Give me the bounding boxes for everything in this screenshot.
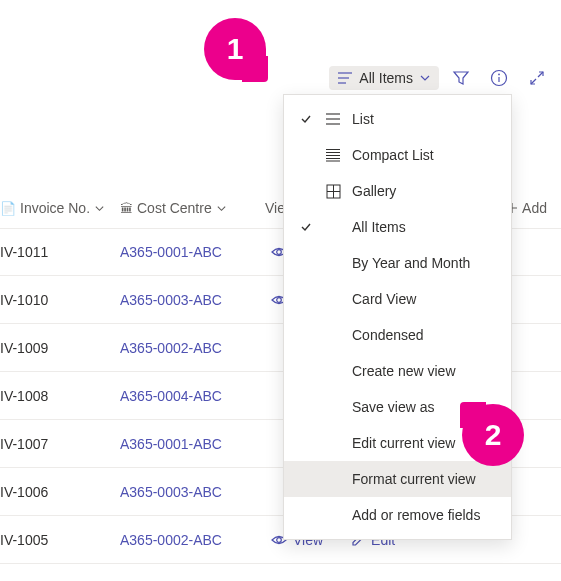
menu-item-condensed[interactable]: Condensed (284, 317, 511, 353)
filter-icon[interactable] (445, 62, 477, 94)
chevron-down-icon (419, 72, 431, 84)
list-icon (324, 112, 342, 126)
cell-cost-centre[interactable]: A365-0004-ABC (120, 388, 265, 404)
view-switcher[interactable]: All Items (329, 66, 439, 90)
menu-item-card-view[interactable]: Card View (284, 281, 511, 317)
menu-label: By Year and Month (352, 255, 499, 271)
col-add-label: Add (522, 200, 547, 216)
menu-item-format-view[interactable]: Format current view (284, 461, 511, 497)
col-cost-label: Cost Centre (137, 200, 212, 216)
cell-cost-centre[interactable]: A365-0002-ABC (120, 340, 265, 356)
cell-cost-centre[interactable]: A365-0003-ABC (120, 292, 265, 308)
svg-point-13 (277, 537, 282, 542)
menu-item-compact-list[interactable]: Compact List (284, 137, 511, 173)
cell-cost-centre[interactable]: A365-0001-ABC (120, 244, 265, 260)
menu-item-list[interactable]: List (284, 101, 511, 137)
menu-label: Compact List (352, 147, 499, 163)
expand-icon[interactable] (521, 62, 553, 94)
svg-marker-3 (454, 72, 468, 84)
menu-label: Gallery (352, 183, 499, 199)
menu-item-add-remove-fields[interactable]: Add or remove fields (284, 497, 511, 533)
file-icon: 📄 (0, 201, 16, 216)
svg-line-7 (538, 72, 543, 77)
cell-cost-centre[interactable]: A365-0001-ABC (120, 436, 265, 452)
cell-cost-centre[interactable]: A365-0003-ABC (120, 484, 265, 500)
menu-label: Card View (352, 291, 499, 307)
menu-item-create-view[interactable]: Create new view (284, 353, 511, 389)
col-invoice-label: Invoice No. (20, 200, 90, 216)
cell-invoice: IV-1008 (0, 388, 120, 404)
compact-list-icon (324, 148, 342, 162)
cell-invoice: IV-1007 (0, 436, 120, 452)
cell-cost-centre[interactable]: A365-0002-ABC (120, 532, 265, 548)
gallery-icon (324, 184, 342, 199)
menu-label: Condensed (352, 327, 499, 343)
menu-label: Add or remove fields (352, 507, 499, 523)
cell-invoice: IV-1010 (0, 292, 120, 308)
cell-invoice: IV-1011 (0, 244, 120, 260)
view-menu: List Compact List Gallery All Items (283, 94, 512, 540)
menu-label: Create new view (352, 363, 499, 379)
check-icon (298, 113, 314, 125)
svg-line-8 (531, 79, 536, 84)
menu-label: Format current view (352, 471, 499, 487)
chevron-down-icon (216, 203, 227, 214)
col-invoice[interactable]: 📄 Invoice No. (0, 200, 120, 216)
callout-label: 2 (485, 418, 502, 452)
menu-item-by-year-month[interactable]: By Year and Month (284, 245, 511, 281)
menu-label: List (352, 111, 499, 127)
callout-label: 1 (227, 32, 244, 66)
col-cost-centre[interactable]: 🏛 Cost Centre (120, 200, 265, 216)
callout-badge-1: 1 (204, 18, 266, 80)
chevron-down-icon (94, 203, 105, 214)
info-icon[interactable] (483, 62, 515, 94)
menu-label: All Items (352, 219, 499, 235)
callout-badge-2: 2 (462, 404, 524, 466)
svg-point-11 (277, 249, 282, 254)
building-icon: 🏛 (120, 201, 133, 216)
cell-invoice: IV-1009 (0, 340, 120, 356)
view-switcher-label: All Items (359, 70, 413, 86)
svg-point-12 (277, 297, 282, 302)
menu-item-gallery[interactable]: Gallery (284, 173, 511, 209)
cell-invoice: IV-1006 (0, 484, 120, 500)
check-icon (298, 221, 314, 233)
menu-item-all-items[interactable]: All Items (284, 209, 511, 245)
svg-point-6 (498, 74, 500, 76)
cell-invoice: IV-1005 (0, 532, 120, 548)
list-lines-icon (337, 71, 353, 85)
